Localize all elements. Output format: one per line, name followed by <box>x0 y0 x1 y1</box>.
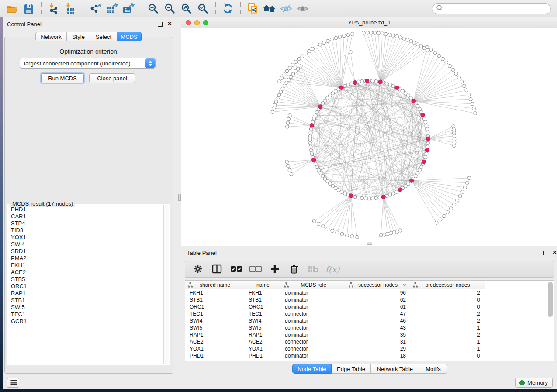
network-node[interactable] <box>467 176 471 180</box>
network-node[interactable] <box>465 89 468 92</box>
mcds-result-item[interactable]: PMA2 <box>11 255 163 262</box>
network-node[interactable] <box>371 79 374 83</box>
network-node[interactable] <box>353 195 357 199</box>
network-node[interactable] <box>317 222 320 226</box>
memory-button[interactable]: Memory <box>515 378 553 388</box>
network-node[interactable] <box>391 192 395 195</box>
network-node[interactable] <box>443 214 446 218</box>
search-box[interactable] <box>432 3 551 14</box>
network-node[interactable] <box>343 192 347 195</box>
import-table-button[interactable] <box>62 2 79 16</box>
network-node[interactable] <box>402 37 406 40</box>
network-node[interactable] <box>309 148 313 152</box>
network-node[interactable] <box>309 145 312 148</box>
network-node[interactable] <box>309 127 313 131</box>
network-node[interactable] <box>283 73 286 76</box>
table-row[interactable]: YOX1YOX1connector291 <box>185 345 554 352</box>
mcds-hub-node[interactable] <box>398 188 402 192</box>
network-node[interactable] <box>472 107 476 110</box>
network-node[interactable] <box>449 207 453 210</box>
network-node[interactable] <box>360 79 364 83</box>
mcds-hub-node[interactable] <box>365 79 369 83</box>
network-node[interactable] <box>277 93 281 97</box>
network-node[interactable] <box>426 141 430 145</box>
network-node[interactable] <box>272 107 275 110</box>
network-node[interactable] <box>422 117 426 120</box>
mcds-hub-node[interactable] <box>349 194 353 198</box>
mcds-result-item[interactable]: TID3 <box>11 227 163 234</box>
network-node[interactable] <box>322 41 325 45</box>
table-row[interactable]: STB1STB1dominator620 <box>185 296 554 303</box>
table-row[interactable]: SWI4SWI4dominator462 <box>185 317 554 324</box>
table-row[interactable]: SWI5SWI5connector431 <box>185 324 554 331</box>
network-node[interactable] <box>416 43 419 46</box>
network-node[interactable] <box>345 234 349 237</box>
network-node[interactable] <box>343 84 347 88</box>
network-node[interactable] <box>399 229 402 232</box>
mcds-result-item[interactable]: ACE2 <box>11 269 163 276</box>
delete-table-button[interactable] <box>307 263 320 276</box>
network-node[interactable] <box>395 34 398 38</box>
splitter-handle[interactable] <box>178 194 181 201</box>
network-node[interactable] <box>425 124 428 127</box>
mcds-result-item[interactable]: STP4 <box>11 220 163 227</box>
select-all-button[interactable] <box>230 263 243 276</box>
tab-motifs[interactable]: Motifs <box>419 364 447 374</box>
network-node[interactable] <box>399 36 402 39</box>
network-node[interactable] <box>369 31 373 34</box>
zoom-in-button[interactable] <box>145 2 162 16</box>
network-node[interactable] <box>287 164 290 168</box>
table-settings-button[interactable] <box>191 263 204 276</box>
network-node[interactable] <box>366 31 369 34</box>
network-node[interactable] <box>453 141 456 144</box>
network-node[interactable] <box>288 66 291 70</box>
network-node[interactable] <box>271 110 274 114</box>
network-node[interactable] <box>465 181 469 185</box>
network-node[interactable] <box>385 82 388 85</box>
network-node[interactable] <box>426 131 429 134</box>
network-node[interactable] <box>330 38 333 41</box>
mcds-result-item[interactable]: SWI4 <box>11 241 163 248</box>
mcds-result-item[interactable]: RAP1 <box>11 290 163 297</box>
close-panel-icon[interactable]: × <box>168 20 172 28</box>
close-panel-button[interactable]: Close panel <box>89 73 135 83</box>
show-all-button[interactable] <box>294 2 311 16</box>
tab-network[interactable]: Network <box>35 32 67 41</box>
mcds-result-item[interactable]: STB1 <box>11 297 163 304</box>
network-node[interactable] <box>343 52 346 55</box>
network-node[interactable] <box>474 112 477 115</box>
criterion-dropdown[interactable]: largest connected component (undirected) <box>20 58 156 69</box>
network-node[interactable] <box>452 131 456 134</box>
network-node[interactable] <box>391 84 395 88</box>
column-header-predecessor-nodes[interactable]: predecessor nodes <box>410 281 485 289</box>
network-node[interactable] <box>437 54 441 58</box>
network-node[interactable] <box>471 102 474 106</box>
network-node[interactable] <box>294 60 298 64</box>
network-node[interactable] <box>374 79 378 83</box>
network-node[interactable] <box>379 233 383 237</box>
mcds-hub-node[interactable] <box>353 81 357 85</box>
mcds-result-item[interactable]: PHD1 <box>11 206 163 213</box>
network-node[interactable] <box>308 134 312 138</box>
network-node[interactable] <box>452 124 455 128</box>
network-node[interactable] <box>425 45 429 49</box>
network-node[interactable] <box>351 32 354 36</box>
column-header-mcds-role[interactable]: MCDS role <box>281 281 346 289</box>
mcds-result-item[interactable]: ORC1 <box>11 283 163 290</box>
network-node[interactable] <box>311 47 315 51</box>
show-columns-button[interactable] <box>211 263 224 276</box>
mcds-hub-node[interactable] <box>412 99 415 103</box>
network-node[interactable] <box>441 57 444 61</box>
table-row[interactable]: ACE2ACE2connector311 <box>185 338 554 345</box>
network-node[interactable] <box>315 45 318 48</box>
network-node[interactable] <box>297 57 301 61</box>
network-node[interactable] <box>334 36 338 40</box>
zoom-selected-button[interactable] <box>195 2 211 16</box>
network-node[interactable] <box>460 80 464 83</box>
mcds-hub-node[interactable] <box>310 124 314 127</box>
tab-select[interactable]: Select <box>90 32 117 41</box>
network-node[interactable] <box>378 196 381 199</box>
mcds-result-item[interactable]: STB5 <box>11 276 163 283</box>
network-node[interactable] <box>287 117 291 121</box>
network-node[interactable] <box>392 231 396 234</box>
